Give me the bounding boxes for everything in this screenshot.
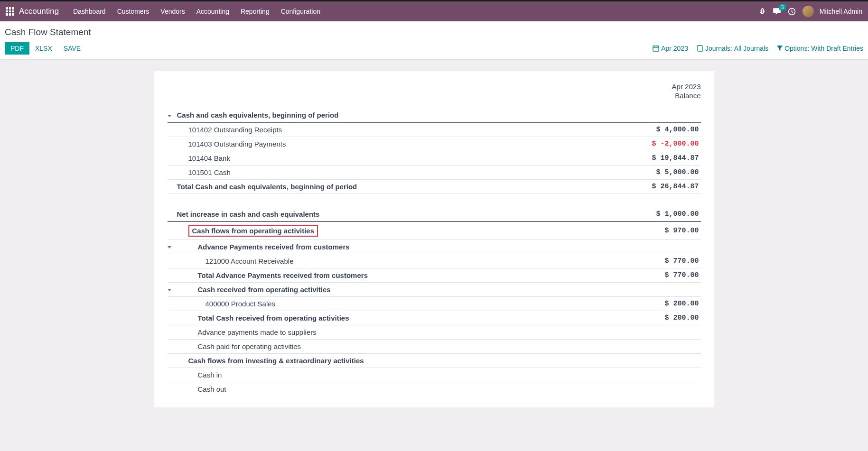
highlight-box: Cash flows from operating activities (188, 225, 318, 237)
filters: Apr 2023 Journals: All Journals Options:… (653, 45, 863, 52)
calendar-icon (653, 45, 659, 52)
row-total-cash-received[interactable]: Total Cash received from operating activ… (168, 311, 701, 325)
save-button[interactable]: SAVE (58, 42, 86, 55)
row-amount (591, 339, 700, 353)
row-label: Total Cash and cash equivalents, beginni… (177, 180, 592, 194)
row-label: Cash and cash equivalents, beginning of … (177, 108, 592, 122)
row-label: 101404 Bank (177, 151, 592, 166)
row-cash[interactable]: 101501 Cash $ 5,000.00 (168, 166, 701, 180)
row-amount (591, 353, 700, 368)
nav-configuration[interactable]: Configuration (275, 1, 326, 21)
message-badge: 5 (779, 4, 786, 10)
book-icon (697, 45, 703, 52)
report-header: Apr 2023 Balance (168, 83, 701, 100)
row-label: Advance payments made to suppliers (177, 325, 592, 339)
row-account-receivable[interactable]: 121000 Account Receivable $ 770.00 (168, 254, 701, 268)
row-advance-payments-received[interactable]: Advance Payments received from customers (168, 239, 701, 254)
page-title: Cash Flow Statement (5, 27, 863, 37)
report-table: Cash and cash equivalents, beginning of … (168, 108, 701, 396)
row-amount: $ 200.00 (591, 311, 700, 325)
row-bank[interactable]: 101404 Bank $ 19,844.87 (168, 151, 701, 166)
row-amount (591, 108, 700, 122)
row-amount: $ 970.00 (591, 221, 700, 240)
row-label: 101402 Outstanding Receipts (177, 122, 592, 137)
debug-icon[interactable] (758, 8, 766, 15)
user-menu[interactable]: Mitchell Admin (803, 6, 862, 17)
brand[interactable]: Accounting (19, 7, 59, 16)
row-operating-activities[interactable]: Cash flows from operating activities $ 9… (168, 221, 701, 240)
nav-customers[interactable]: Customers (112, 1, 155, 21)
row-amount (591, 382, 700, 396)
row-amount (591, 325, 700, 339)
navbar-left: Accounting Dashboard Customers Vendors A… (6, 1, 326, 21)
filter-options-label: Options: (784, 45, 809, 52)
messages-icon[interactable]: 5 (773, 7, 781, 16)
row-label: 101501 Cash (177, 166, 592, 180)
row-beginning-header[interactable]: Cash and cash equivalents, beginning of … (168, 108, 701, 122)
nav-vendors[interactable]: Vendors (155, 1, 190, 21)
row-label: Cash out (177, 382, 592, 396)
row-net-increase[interactable]: Net increase in cash and cash equivalent… (168, 207, 701, 221)
xlsx-button[interactable]: XLSX (29, 42, 58, 55)
row-label: Cash received from operating activities (177, 282, 592, 296)
filter-journals-value: All Journals (734, 45, 768, 52)
row-cash-paid-operating[interactable]: Cash paid for operating activities (168, 339, 701, 353)
row-outstanding-receipts[interactable]: 101402 Outstanding Receipts $ 4,000.00 (168, 122, 701, 137)
filter-options[interactable]: Options:With Draft Entries (777, 45, 863, 52)
subheader: Cash Flow Statement PDF XLSX SAVE Apr 20… (0, 21, 868, 60)
nav-dashboard[interactable]: Dashboard (67, 1, 112, 21)
filter-options-value: With Draft Entries (811, 45, 863, 52)
user-name: Mitchell Admin (820, 8, 862, 15)
row-investing-activities[interactable]: Cash flows from investing & extraordinar… (168, 353, 701, 368)
row-advance-payments-suppliers[interactable]: Advance payments made to suppliers (168, 325, 701, 339)
row-amount: $ 5,000.00 (591, 166, 700, 180)
row-amount: $ -2,000.00 (591, 137, 700, 151)
row-cash-out[interactable]: Cash out (168, 382, 701, 396)
report-balance-label: Balance (168, 92, 701, 100)
row-amount: $ 26,844.87 (591, 180, 700, 194)
row-label: 400000 Product Sales (177, 296, 592, 311)
row-label: Cash paid for operating activities (177, 339, 592, 353)
row-label: 101403 Outstanding Payments (177, 137, 592, 151)
navbar-right: 5 Mitchell Admin (758, 6, 862, 17)
row-label: Advance Payments received from customers (177, 239, 592, 254)
filter-period[interactable]: Apr 2023 (653, 45, 688, 52)
row-amount: $ 19,844.87 (591, 151, 700, 166)
row-label: Total Advance Payments received from cus… (177, 268, 592, 282)
row-total-beginning[interactable]: Total Cash and cash equivalents, beginni… (168, 180, 701, 194)
row-label: Total Cash received from operating activ… (177, 311, 592, 325)
row-outstanding-payments[interactable]: 101403 Outstanding Payments $ -2,000.00 (168, 137, 701, 151)
row-label: 121000 Account Receivable (177, 254, 592, 268)
pdf-button[interactable]: PDF (5, 42, 29, 55)
report-period: Apr 2023 (168, 83, 701, 91)
row-label: Cash in (177, 368, 592, 382)
row-amount (591, 239, 700, 254)
filter-icon (777, 46, 783, 51)
caret-icon[interactable] (168, 246, 171, 249)
filter-period-text: Apr 2023 (661, 45, 688, 52)
row-amount (591, 368, 700, 382)
row-amount: $ 4,000.00 (591, 122, 700, 137)
svg-rect-1 (653, 46, 659, 51)
nav-reporting[interactable]: Reporting (235, 1, 275, 21)
row-cash-received-operating[interactable]: Cash received from operating activities (168, 282, 701, 296)
row-amount: $ 1,000.00 (591, 207, 700, 221)
caret-icon[interactable] (168, 289, 171, 291)
row-label: Cash flows from operating activities (177, 221, 592, 240)
caret-icon[interactable] (168, 115, 171, 117)
row-product-sales[interactable]: 400000 Product Sales $ 200.00 (168, 296, 701, 311)
apps-icon[interactable] (6, 7, 14, 16)
row-amount: $ 770.00 (591, 268, 700, 282)
nav-accounting[interactable]: Accounting (191, 1, 235, 21)
row-cash-in[interactable]: Cash in (168, 368, 701, 382)
row-label: Net increase in cash and cash equivalent… (177, 207, 592, 221)
row-amount (591, 282, 700, 296)
avatar (803, 6, 814, 17)
navbar: Accounting Dashboard Customers Vendors A… (0, 1, 868, 21)
filter-journals[interactable]: Journals: All Journals (697, 45, 768, 52)
row-total-advance-received[interactable]: Total Advance Payments received from cus… (168, 268, 701, 282)
activity-icon[interactable] (788, 8, 796, 16)
filter-journals-label: Journals: (705, 45, 732, 52)
row-amount: $ 200.00 (591, 296, 700, 311)
report-container: Apr 2023 Balance Cash and cash equivalen… (154, 71, 714, 407)
